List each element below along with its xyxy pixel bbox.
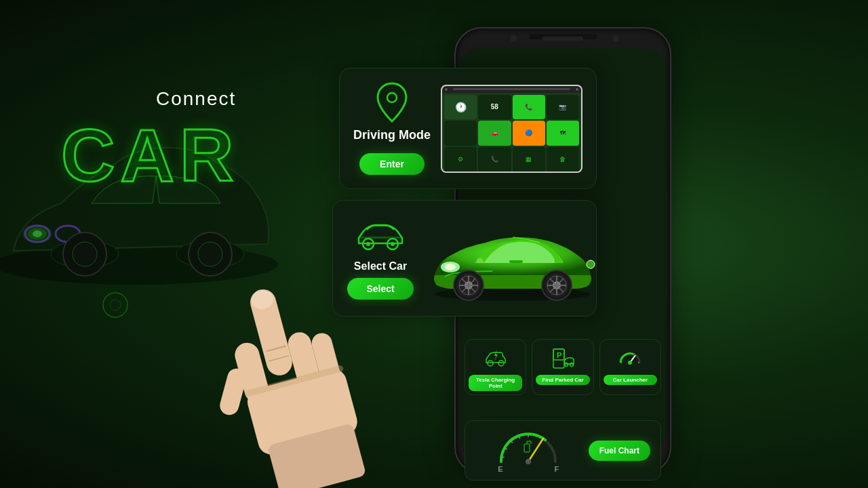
driving-mode-left: Driving Mode Enter bbox=[353, 82, 431, 175]
svg-point-51 bbox=[488, 361, 493, 366]
location-icon bbox=[375, 82, 409, 123]
fuel-chart-card: E F Fuel Chart bbox=[465, 420, 661, 481]
phone-camera-left bbox=[510, 35, 517, 42]
driving-mode-title: Driving Mode bbox=[353, 128, 431, 142]
bottom-icons-row: Tesla Charging Point P Find Parked Car bbox=[465, 339, 661, 395]
phone-camera-right bbox=[612, 35, 619, 42]
svg-point-52 bbox=[498, 361, 504, 366]
car-launcher-label: Car Launcher bbox=[604, 375, 657, 385]
svg-line-68 bbox=[502, 457, 505, 458]
fuel-f-label: F bbox=[555, 465, 559, 473]
fuel-gauge-svg bbox=[494, 428, 562, 465]
tesla-charging-card[interactable]: Tesla Charging Point bbox=[465, 339, 526, 395]
svg-point-27 bbox=[366, 242, 370, 246]
svg-line-73 bbox=[528, 439, 543, 462]
find-parked-icon: P bbox=[551, 346, 575, 371]
car-launcher-card[interactable]: Car Launcher bbox=[599, 339, 661, 395]
car-photo bbox=[425, 211, 597, 306]
fuel-chart-button[interactable]: Fuel Chart bbox=[589, 441, 650, 461]
svg-point-9 bbox=[73, 242, 97, 266]
svg-point-12 bbox=[103, 293, 127, 317]
svg-point-11 bbox=[198, 242, 222, 266]
svg-point-57 bbox=[570, 363, 573, 367]
svg-point-3 bbox=[33, 230, 42, 237]
tesla-charging-icon bbox=[484, 346, 508, 371]
find-parked-label: Find Parked Car bbox=[536, 375, 589, 385]
svg-point-59 bbox=[628, 361, 632, 365]
car-outline-icon bbox=[353, 218, 408, 255]
phone-screenshot: 🕐 58 📞 📷 🚗 🔵 🗺 ⚙ 📞 ▦ 🗑 bbox=[441, 85, 583, 173]
svg-text:P: P bbox=[557, 351, 561, 359]
svg-point-25 bbox=[387, 93, 397, 102]
fuel-e-label: E bbox=[498, 465, 502, 473]
hand-pointer bbox=[190, 264, 393, 488]
svg-rect-30 bbox=[359, 237, 402, 239]
svg-point-13 bbox=[110, 300, 121, 310]
svg-point-29 bbox=[391, 242, 395, 246]
svg-rect-19 bbox=[218, 367, 248, 418]
car-launcher-icon bbox=[618, 346, 642, 371]
fuel-gauge: E F bbox=[475, 428, 582, 473]
svg-point-34 bbox=[448, 265, 452, 269]
enter-button[interactable]: Enter bbox=[359, 153, 425, 175]
svg-point-74 bbox=[526, 459, 531, 464]
connect-label: Connect bbox=[156, 88, 236, 110]
car-label: CAR bbox=[61, 112, 239, 198]
svg-rect-49 bbox=[509, 260, 523, 263]
tesla-charging-label: Tesla Charging Point bbox=[469, 375, 522, 391]
driving-mode-card: Driving Mode Enter 🕐 58 📞 📷 🚗 🔵 bbox=[339, 68, 597, 189]
svg-rect-75 bbox=[524, 444, 530, 452]
phone-speaker bbox=[542, 37, 583, 41]
green-car-image bbox=[425, 214, 597, 302]
svg-point-56 bbox=[564, 363, 568, 367]
svg-point-50 bbox=[587, 260, 595, 268]
find-parked-card[interactable]: P Find Parked Car bbox=[532, 339, 593, 395]
